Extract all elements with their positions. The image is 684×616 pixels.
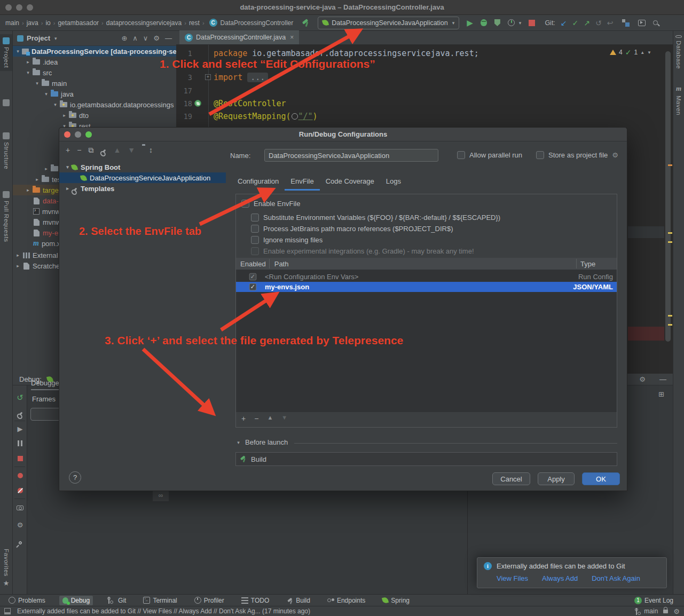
pin-icon[interactable]	[13, 538, 27, 546]
close-dialog-icon[interactable]	[64, 131, 70, 138]
tree-row-java[interactable]: java	[13, 89, 176, 99]
chevron-right-icon[interactable]	[15, 263, 21, 268]
tab-logs[interactable]: Logs	[380, 173, 407, 191]
stop-icon[interactable]	[13, 455, 27, 463]
substitute-env-vars-checkbox[interactable]: Substitute Environment Variables (${FOO}…	[251, 214, 500, 222]
fold-expand-icon[interactable]: +	[205, 74, 211, 80]
tree-row-project-root[interactable]: DataProcessingService [data-processing-s…	[13, 46, 176, 57]
event-log-button[interactable]: 1 Event Log	[631, 596, 677, 605]
remove-env-file-icon[interactable]: −	[254, 414, 258, 423]
inspection-widget[interactable]: 4 ✓ 1 ▲ ▼	[610, 48, 651, 57]
help-button[interactable]: ?	[69, 471, 81, 484]
sidebar-item-structure[interactable]: Structure	[0, 132, 12, 169]
sidebar-item-project[interactable]: Project	[0, 34, 12, 71]
commit-tool-icon[interactable]	[0, 99, 12, 106]
chevron-down-icon[interactable]: ▾	[54, 36, 57, 41]
tool-window-endpoints[interactable]: Endpoints	[324, 596, 368, 605]
move-down-icon[interactable]: ▼	[281, 414, 287, 423]
resume-icon[interactable]: ▶	[13, 425, 27, 433]
checkbox-checked-icon[interactable]	[241, 200, 249, 208]
breadcrumb-class[interactable]: DataProcessingController	[221, 19, 294, 27]
tab-debugger[interactable]: Debugger	[31, 379, 61, 390]
lock-icon[interactable]	[663, 610, 668, 613]
git-push-icon[interactable]: ↗	[584, 19, 590, 27]
tool-window-git[interactable]: Git	[104, 596, 129, 605]
locate-icon[interactable]: ⊕	[121, 34, 127, 42]
diagram-icon[interactable]	[622, 19, 630, 27]
column-header-enabled[interactable]: Enabled	[240, 260, 266, 268]
chevron-down-icon[interactable]	[235, 440, 241, 445]
before-launch-build-task[interactable]: Build	[235, 452, 617, 466]
before-launch-section[interactable]: Before launch	[235, 438, 288, 446]
scrollbar-mark[interactable]	[668, 164, 672, 166]
sort-configurations-icon[interactable]: ↕	[149, 146, 153, 155]
always-add-link[interactable]: Always Add	[542, 574, 578, 582]
tree-group-templates[interactable]: Templates	[59, 183, 226, 194]
profiler-dropdown-icon[interactable]: ▾	[519, 20, 522, 26]
breadcrumb-getambasador[interactable]: getambasador	[58, 19, 99, 27]
tree-row-idea[interactable]: .idea	[13, 57, 176, 67]
hide-panel-icon[interactable]: —	[659, 375, 666, 383]
chevron-down-icon[interactable]	[15, 49, 21, 54]
folded-imports[interactable]: ...	[247, 73, 268, 82]
minimize-window-icon[interactable]	[16, 4, 22, 11]
hide-panel-icon[interactable]: —	[165, 34, 172, 42]
chevron-right-icon[interactable]	[61, 113, 67, 118]
expand-all-icon[interactable]: ∨	[143, 34, 148, 42]
next-issue-icon[interactable]: ▼	[647, 50, 651, 55]
column-divider[interactable]	[576, 259, 577, 268]
tab-configuration[interactable]: Configuration	[232, 173, 285, 191]
git-branch-name[interactable]: main	[644, 607, 658, 615]
gear-icon[interactable]: ⚙	[639, 375, 646, 383]
sidebar-item-favorites[interactable]: Favorites ★	[0, 549, 12, 587]
sidebar-item-pull-requests[interactable]: Pull Requests	[0, 191, 12, 242]
git-history-icon[interactable]: ↺	[595, 19, 602, 27]
column-divider[interactable]	[269, 259, 270, 268]
gear-icon[interactable]: ⚙	[673, 607, 680, 615]
close-window-icon[interactable]	[5, 4, 12, 11]
enable-envfile-checkbox[interactable]: Enable EnvFile	[241, 200, 300, 208]
checkbox-checked-icon[interactable]	[249, 283, 257, 291]
tool-window-todo[interactable]: TODO	[238, 596, 272, 605]
tree-item-selected-configuration[interactable]: DataProcessingServiceJavaApplication	[59, 172, 226, 183]
path-macro-checkbox[interactable]: Process JetBrains path macro references …	[251, 225, 453, 233]
git-rollback-icon[interactable]: ↩	[607, 19, 614, 27]
editor-scrollbar[interactable]	[665, 51, 671, 342]
move-up-icon[interactable]: ▲	[267, 414, 273, 423]
profiler-button[interactable]	[508, 19, 515, 26]
chevron-down-icon[interactable]	[25, 70, 31, 75]
sidebar-item-maven[interactable]: m Maven	[673, 84, 684, 115]
chevron-right-icon[interactable]	[34, 177, 40, 182]
url-mapping-icon[interactable]	[292, 113, 298, 120]
checkbox-icon[interactable]	[251, 225, 259, 233]
breadcrumb-package[interactable]: dataprocessingservicejava	[106, 19, 182, 27]
ok-button[interactable]: OK	[582, 472, 620, 485]
layout-icon[interactable]: ⊞	[658, 391, 665, 398]
window-controls[interactable]	[5, 4, 37, 11]
chevron-right-icon[interactable]	[65, 186, 70, 191]
wrench-icon[interactable]	[13, 409, 27, 417]
breadcrumb-java[interactable]: java	[27, 19, 38, 27]
tree-row-dto[interactable]: dto	[13, 110, 176, 121]
tool-window-terminal[interactable]: Terminal	[140, 596, 180, 605]
table-row-my-envs-json[interactable]: my-envs.json JSON/YAML	[236, 282, 617, 292]
scrollbar-mark[interactable]	[668, 241, 672, 243]
edit-defaults-icon[interactable]	[100, 146, 106, 155]
column-header-type[interactable]: Type	[580, 260, 595, 268]
run-configuration-select[interactable]: DataProcessingServiceJavaApplication ▾	[318, 17, 459, 29]
tree-row-package[interactable]: io.getambasador.dataprocessings	[13, 99, 176, 110]
preview-icon[interactable]	[638, 20, 646, 26]
chevron-right-icon[interactable]	[43, 166, 49, 171]
chevron-down-icon[interactable]	[43, 91, 49, 97]
chevron-down-icon[interactable]	[65, 164, 70, 170]
tool-window-problems[interactable]: Problems	[5, 596, 49, 605]
pause-icon[interactable]	[13, 440, 27, 448]
scrollbar-mark[interactable]	[668, 324, 672, 326]
run-button[interactable]: ▶	[467, 19, 473, 27]
checkbox-checked-icon[interactable]	[249, 273, 257, 281]
scrollbar-mark[interactable]	[668, 232, 672, 234]
column-header-path[interactable]: Path	[274, 260, 289, 268]
close-icon[interactable]: ×	[290, 34, 294, 41]
tool-window-debug[interactable]: Debug	[59, 596, 93, 605]
stop-button[interactable]	[529, 20, 535, 26]
